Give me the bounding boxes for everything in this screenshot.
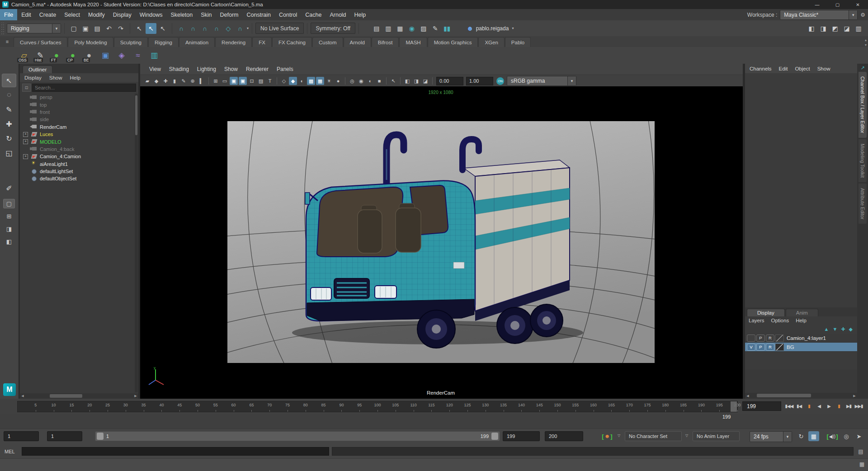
select-by-component-icon[interactable]: ↖ bbox=[157, 23, 168, 34]
open-scene-icon[interactable]: ▣ bbox=[80, 23, 91, 34]
hypershade-icon[interactable]: ▨ bbox=[418, 23, 429, 34]
outliner-menu-show[interactable]: Show bbox=[49, 75, 62, 80]
step-forward-button[interactable]: ▶▮ bbox=[844, 401, 853, 411]
move-layer-down-icon[interactable]: ▼ bbox=[832, 326, 837, 332]
viewport-menu-panels[interactable]: Panels bbox=[273, 66, 297, 72]
viewport-menu-shading[interactable]: Shading bbox=[165, 66, 193, 72]
shelf-ft-button[interactable]: ●FT bbox=[50, 49, 63, 62]
current-frame-field[interactable]: 199 bbox=[742, 401, 781, 411]
menu-modify[interactable]: Modify bbox=[84, 9, 109, 20]
range-start-handle[interactable] bbox=[97, 433, 104, 440]
toggle-tool-settings-icon[interactable]: ◪ bbox=[841, 23, 852, 34]
menu-constrain[interactable]: Constrain bbox=[243, 9, 275, 20]
layer-editor-menu-help[interactable]: Help bbox=[796, 318, 807, 323]
four-pane-layout-button[interactable]: ⊞ bbox=[3, 212, 15, 221]
outliner-item-camion-4-camion[interactable]: +Camion_4:Camion bbox=[20, 153, 134, 160]
select-by-hierarchy-icon[interactable]: ↖ bbox=[134, 23, 145, 34]
wireframe-on-shaded-icon[interactable]: ◐ bbox=[298, 77, 306, 85]
new-layer-from-selected-icon[interactable]: ◆ bbox=[849, 326, 853, 332]
new-scene-icon[interactable]: ▢ bbox=[68, 23, 79, 34]
expand-icon[interactable]: + bbox=[23, 139, 28, 144]
new-empty-layer-icon[interactable]: ✚ bbox=[841, 326, 845, 332]
playback-end-field[interactable]: 199 bbox=[503, 431, 540, 441]
side-tab-channel-box-layer-editor[interactable]: Channel Box / Layer Editor bbox=[859, 72, 867, 138]
go-to-end-button[interactable]: ▶▶▮ bbox=[854, 401, 863, 411]
select-tool[interactable]: ↖ bbox=[2, 74, 16, 87]
shelf-tab-pablo[interactable]: Pablo bbox=[505, 37, 531, 47]
channel-box-menu-show[interactable]: Show bbox=[817, 66, 830, 71]
view-transform-dropdown[interactable]: sRGB gamma▾ bbox=[507, 76, 576, 86]
open-render-view-icon[interactable]: ▤ bbox=[371, 23, 382, 34]
chevron-down-icon[interactable]: ▽ bbox=[685, 433, 688, 438]
menu-select[interactable]: Select bbox=[60, 9, 84, 20]
select-by-object-icon[interactable]: ↖ bbox=[146, 23, 156, 34]
close-button[interactable]: ✕ bbox=[848, 0, 868, 9]
tear-off-icon[interactable]: ↗ bbox=[860, 64, 864, 72]
menu-arnold[interactable]: Arnold bbox=[326, 9, 350, 20]
evaluation-mode-icon[interactable]: ➤ bbox=[854, 431, 864, 441]
previous-key-button[interactable]: ▮ bbox=[805, 401, 813, 411]
exposure-field[interactable]: 0.00 bbox=[436, 77, 463, 85]
color-management-toggle[interactable]: ON bbox=[496, 77, 504, 85]
shelf-tab-motion-graphics[interactable]: Motion Graphics bbox=[428, 37, 478, 47]
grid-icon[interactable]: ⊞ bbox=[212, 77, 220, 85]
menu-skeleton[interactable]: Skeleton bbox=[167, 9, 197, 20]
expand-icon[interactable]: + bbox=[23, 132, 28, 137]
display-type-toggle[interactable]: R bbox=[766, 334, 774, 342]
outliner-vertical-scrollbar[interactable] bbox=[135, 94, 138, 392]
snap-to-view-plane-icon[interactable]: ◇ bbox=[223, 23, 234, 34]
user-account-chip[interactable]: ☻ pablo.reigada ▾ bbox=[467, 24, 514, 32]
playback-loop-icon[interactable]: ↻ bbox=[796, 431, 807, 441]
playback-start-field[interactable]: 1 bbox=[47, 431, 82, 441]
go-to-start-button[interactable]: ▮◀◀ bbox=[785, 401, 793, 411]
resolution-gate-icon[interactable]: ▣ bbox=[230, 77, 238, 85]
film-gate-icon[interactable]: ▭ bbox=[221, 77, 229, 85]
use-all-lights-icon[interactable]: ▦ bbox=[316, 77, 324, 85]
shelf-tab-fx-caching[interactable]: FX Caching bbox=[272, 37, 312, 47]
range-end-handle[interactable] bbox=[491, 433, 498, 440]
command-language-toggle[interactable]: MEL bbox=[5, 449, 20, 454]
shadows-icon[interactable]: ☀ bbox=[325, 77, 333, 85]
outliner-tab[interactable]: Outliner bbox=[23, 66, 52, 73]
wireframe-icon[interactable]: ◇ bbox=[280, 77, 288, 85]
shelf-tab-rigging[interactable]: Rigging bbox=[148, 37, 179, 47]
outliner-item-persp[interactable]: persp bbox=[20, 94, 134, 101]
render-current-frame-icon[interactable]: ▥ bbox=[383, 23, 394, 34]
gate-mask-icon[interactable]: ▣ bbox=[239, 77, 247, 85]
shelf-tab-sculpting[interactable]: Sculpting bbox=[114, 37, 148, 47]
range-slider[interactable]: 1 199 bbox=[95, 431, 500, 441]
shelf-hist-button[interactable]: ✎Hist bbox=[33, 49, 47, 62]
rotate-tool[interactable]: ↻ bbox=[2, 132, 16, 145]
lock-camera-icon[interactable]: ◆ bbox=[152, 77, 160, 85]
step-back-button[interactable]: ▮◀ bbox=[795, 401, 803, 411]
character-set-selector[interactable]: No Character Set bbox=[625, 431, 682, 441]
channel-box-menu-object[interactable]: Object bbox=[795, 66, 810, 71]
motion-blur-icon[interactable]: ◉ bbox=[357, 77, 365, 85]
shelf-tab-xgen[interactable]: XGen bbox=[478, 37, 504, 47]
workspace-gear-icon[interactable]: ⚙ bbox=[860, 12, 865, 18]
outliner-item-defaultobjectset[interactable]: defaultObjectSet bbox=[20, 175, 134, 182]
snap-to-projected-center-icon[interactable]: ∩ bbox=[211, 23, 222, 34]
shelf-tab-bifrost[interactable]: Bifrost bbox=[372, 37, 399, 47]
menu-set-dropdown[interactable]: Rigging▾ bbox=[7, 24, 61, 33]
menu-skin[interactable]: Skin bbox=[197, 9, 216, 20]
menu-windows[interactable]: Windows bbox=[136, 9, 167, 20]
menu-file[interactable]: File bbox=[0, 9, 17, 20]
multisample-icon[interactable]: ◐ bbox=[366, 77, 374, 85]
viewport-menu-lighting[interactable]: Lighting bbox=[193, 66, 220, 72]
scroll-left-icon[interactable]: ◀ bbox=[745, 394, 750, 398]
render-settings-icon[interactable]: ◉ bbox=[406, 23, 417, 34]
animation-start-field[interactable]: 1 bbox=[4, 431, 39, 441]
playhead[interactable] bbox=[731, 401, 737, 412]
isolate-select-icon[interactable]: ↖ bbox=[389, 77, 397, 85]
shelf-wireframe-sphere-button[interactable]: ◈ bbox=[115, 49, 128, 62]
menu-help[interactable]: Help bbox=[350, 9, 370, 20]
pivot-icon[interactable]: ⊕ bbox=[189, 77, 197, 85]
shelf-oss-button[interactable]: ▱OSS bbox=[17, 49, 31, 62]
textured-icon[interactable]: ▩ bbox=[307, 77, 315, 85]
fps-dropdown[interactable]: 24 fps▾ bbox=[750, 431, 792, 442]
playback-toggle[interactable]: P bbox=[756, 334, 765, 342]
pause-viewport-icon[interactable]: ▮▮ bbox=[442, 23, 453, 34]
play-backwards-button[interactable]: ◀ bbox=[815, 401, 823, 411]
ipr-render-icon[interactable]: ▦ bbox=[395, 23, 406, 34]
